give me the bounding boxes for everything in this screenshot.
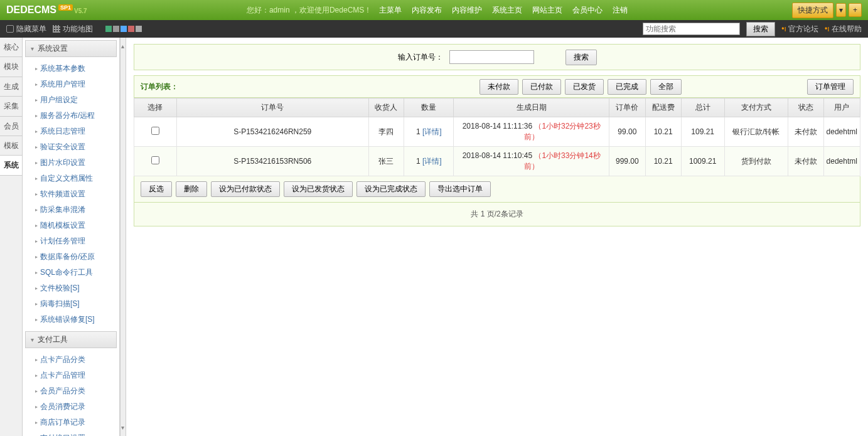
sidebar-item[interactable]: 自定义文档属性	[23, 171, 119, 186]
sidebar-item[interactable]: 计划任务管理	[23, 233, 119, 249]
cell-date: 2018-08-14 11:10:45 （1小时33分钟14秒前）	[454, 147, 609, 176]
filter-button[interactable]: 已发货	[565, 79, 604, 95]
header-nav-link[interactable]: 系统主页	[492, 6, 522, 14]
sidebar-item[interactable]: 会员消费记录	[23, 399, 119, 415]
sidebar-item[interactable]: 文件校验[S]	[23, 280, 119, 296]
cell-ship: 10.21	[645, 147, 681, 176]
action-button[interactable]: 设为已付款状态	[211, 181, 280, 197]
sidebar-item[interactable]: 系统错误修复[S]	[23, 312, 119, 327]
action-button[interactable]: 设为已完成状态	[356, 181, 426, 197]
filter-button[interactable]: 已付款	[522, 79, 561, 95]
side-tab[interactable]: 会员	[0, 117, 22, 136]
action-button[interactable]: 设为已发货状态	[284, 181, 353, 197]
grid-icon	[53, 25, 60, 33]
side-tab[interactable]: 核心	[0, 38, 22, 57]
sidebar-item[interactable]: 系统基本参数	[23, 61, 119, 77]
sidebar-item[interactable]: 验证安全设置	[23, 139, 119, 155]
sidebar-item[interactable]: 图片水印设置	[23, 155, 119, 171]
quick-dropdown-icon[interactable]: ▾	[836, 3, 846, 17]
filter-button[interactable]: 全部	[650, 79, 682, 95]
side-tab[interactable]: 采集	[0, 97, 22, 116]
header-nav-link[interactable]: 内容维护	[452, 6, 482, 14]
sidebar-item[interactable]: 数据库备份/还原	[23, 249, 119, 265]
cell-price: 99.00	[609, 117, 645, 147]
cell-order-no: S-P1534216246RN259	[176, 117, 368, 147]
order-search-button[interactable]: 搜索	[565, 50, 597, 65]
header-nav-link[interactable]: 主菜单	[379, 6, 402, 14]
sidebar-item[interactable]: 用户组设定	[23, 92, 119, 108]
cell-ship: 10.21	[645, 117, 681, 147]
header-nav-link[interactable]: 注销	[613, 6, 628, 14]
row-checkbox[interactable]	[151, 156, 159, 164]
sidebar-item[interactable]: 商店订单记录	[23, 415, 119, 430]
order-manage-button[interactable]: 订单管理	[807, 79, 854, 95]
sidebar-tabs: 核心模块生成采集会员模板系统	[0, 38, 23, 436]
chevron-up-icon[interactable]: ▴	[121, 43, 124, 50]
sidebar-item[interactable]: 系统用户管理	[23, 77, 119, 92]
action-button[interactable]: 删除	[176, 181, 207, 197]
sidebar-item[interactable]: 支付接口设置	[23, 430, 119, 436]
theme-swatch[interactable]	[136, 26, 142, 32]
order-table: 选择订单号收货人数量生成日期订单价配送费总计支付方式状态用户 S-P153421…	[134, 98, 860, 176]
sidebar-section-system-settings[interactable]: 系统设置	[25, 40, 117, 57]
theme-swatch[interactable]	[121, 26, 127, 32]
cell-qty: 1 [详情]	[404, 147, 454, 176]
sidebar-item[interactable]: 会员产品分类	[23, 383, 119, 399]
theme-swatch[interactable]	[128, 26, 134, 32]
filter-button[interactable]: 已完成	[608, 79, 646, 95]
top-header: DEDECMS SP1 V5.7 您好：admin ，欢迎使用DedeCMS！ …	[0, 0, 868, 20]
cell-total: 109.21	[681, 117, 724, 147]
side-tab[interactable]: 模块	[0, 57, 22, 77]
sidebar-item[interactable]: 随机模板设置	[23, 218, 119, 233]
official-forum-link[interactable]: •ı 官方论坛	[781, 24, 818, 35]
logo: DEDECMS SP1 V5.7	[6, 4, 87, 16]
header-nav-link[interactable]: 网站主页	[532, 6, 562, 14]
cell-total: 1009.21	[681, 147, 724, 176]
side-tab[interactable]: 模板	[0, 136, 22, 156]
theme-swatch[interactable]	[113, 26, 119, 32]
welcome-text: 您好：admin ，欢迎使用DedeCMS！	[247, 6, 372, 14]
detail-link[interactable]: [详情]	[422, 157, 442, 166]
chevron-down-icon[interactable]: ▾	[121, 424, 124, 431]
action-button[interactable]: 反选	[141, 181, 172, 197]
header-nav-link[interactable]: 会员中心	[572, 6, 603, 14]
list-title: 订单列表：	[141, 82, 178, 92]
header-center: 您好：admin ，欢迎使用DedeCMS！ 主菜单内容发布内容维护系统主页网站…	[87, 5, 792, 16]
filter-button[interactable]: 未付款	[480, 79, 518, 95]
sidebar-item[interactable]: 系统日志管理	[23, 124, 119, 139]
sidebar-item[interactable]: SQL命令行工具	[23, 265, 119, 280]
column-header: 生成日期	[454, 98, 609, 117]
pagination-info: 共 1 页/2条记录	[134, 203, 860, 226]
cell-receiver: 李四	[368, 117, 404, 147]
theme-swatch[interactable]	[105, 26, 112, 32]
header-nav-link[interactable]: 内容发布	[412, 6, 442, 14]
column-header: 配送费	[645, 98, 681, 117]
order-search-bar: 输入订单号： 搜索	[134, 44, 860, 70]
quick-mode-button[interactable]: 快捷方式	[792, 3, 833, 18]
sidebar-splitter[interactable]: ▴ ▾	[120, 38, 126, 436]
sidebar-item[interactable]: 软件频道设置	[23, 186, 119, 202]
column-header: 订单号	[176, 98, 368, 117]
sidebar-item[interactable]: 点卡产品管理	[23, 368, 119, 383]
side-tab[interactable]: 生成	[0, 77, 22, 97]
hide-menu-button[interactable]: 隐藏菜单	[6, 24, 46, 35]
online-help-link[interactable]: •ı 在线帮助	[825, 24, 862, 35]
sidebar-section-payment-tools[interactable]: 支付工具	[25, 331, 117, 348]
order-number-input[interactable]	[449, 50, 534, 64]
sidebar-item[interactable]: 防采集串混淆	[23, 202, 119, 218]
function-search-button[interactable]: 搜索	[746, 22, 775, 36]
sidebar-item[interactable]: 点卡产品分类	[23, 352, 119, 368]
column-header: 状态	[788, 98, 823, 117]
func-map-button[interactable]: 功能地图	[53, 24, 93, 35]
sidebar-item[interactable]: 病毒扫描[S]	[23, 296, 119, 312]
sidebar-item[interactable]: 服务器分布/远程	[23, 108, 119, 124]
action-button[interactable]: 导出选中订单	[429, 181, 491, 197]
side-tab[interactable]: 系统	[0, 156, 22, 175]
cell-status: 未付款	[788, 117, 823, 147]
main-layout: 核心模块生成采集会员模板系统 系统设置 系统基本参数系统用户管理用户组设定服务器…	[0, 38, 868, 436]
detail-link[interactable]: [详情]	[422, 127, 442, 136]
action-bar: 反选删除设为已付款状态设为已发货状态设为已完成状态导出选中订单	[134, 176, 860, 203]
function-search-input[interactable]	[643, 23, 740, 35]
plus-button[interactable]: +	[849, 3, 862, 17]
row-checkbox[interactable]	[151, 127, 159, 135]
